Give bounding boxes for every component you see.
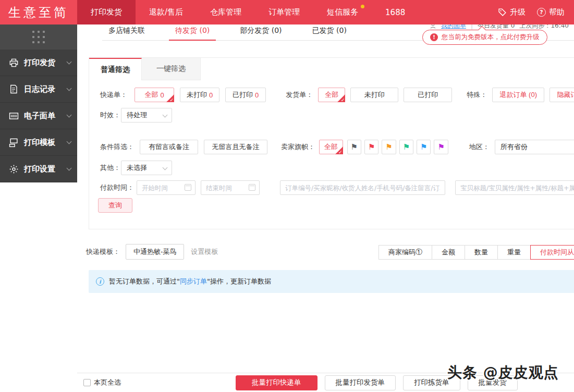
print-picking-list-button[interactable]: 打印拣货单 <box>403 375 460 390</box>
timeliness-label: 时效： <box>100 111 121 120</box>
express-printed-text: 已打印 <box>233 90 253 100</box>
flag-gray-button[interactable]: ⚑ <box>347 140 361 154</box>
sidebar-shop-selector[interactable] <box>0 24 77 50</box>
notice-text-after: "操作，更新订单数据 <box>207 277 271 285</box>
express-all-button[interactable]: 全部0 <box>135 88 174 102</box>
end-date-field[interactable] <box>201 180 260 195</box>
paytime-sort-button[interactable]: 付款时间从近到远 <box>530 245 574 260</box>
set-template-link[interactable]: 设置模板 <box>191 247 218 256</box>
new-badge-dot <box>361 5 364 8</box>
flags-all-button[interactable]: 全部 <box>319 140 343 154</box>
upgrade-label: 升级 <box>510 7 526 17</box>
upgrade-button[interactable]: 升级 <box>498 7 526 17</box>
nav-refund[interactable]: 退款/售后 <box>136 0 197 24</box>
tab-partial-ship[interactable]: 部分发货 (0) <box>234 23 288 40</box>
region-value: 所有省份 <box>500 142 528 152</box>
order-search-input[interactable] <box>280 180 445 195</box>
tab-quick-filter[interactable]: 一键筛选 <box>142 58 201 80</box>
select-all-checkbox[interactable] <box>83 379 91 386</box>
sidebar-item-label: 电子面单 <box>24 111 55 121</box>
gear-icon <box>8 164 19 174</box>
tab-shipped[interactable]: 已发货 (0) <box>306 23 353 40</box>
nav-1688[interactable]: 1688 <box>372 0 419 24</box>
tab-normal-filter[interactable]: 普通筛选 <box>89 58 142 80</box>
template-select-button[interactable]: 中通热敏-菜鸟 <box>126 244 184 260</box>
sidebar-item-e-waybill[interactable]: 电子面单 <box>0 103 77 129</box>
grid-dots-icon <box>32 31 45 43</box>
help-label: 帮助 <box>549 7 565 17</box>
log-document-icon <box>8 84 19 94</box>
batch-ship-button[interactable]: 批量发货 <box>468 375 518 390</box>
item-search-input[interactable] <box>455 180 574 195</box>
flag-green-button[interactable]: ⚑ <box>399 140 413 154</box>
barcode-icon <box>8 111 19 121</box>
chevron-down-icon <box>67 59 72 64</box>
quantity-sort-button[interactable]: 数量 <box>465 245 498 260</box>
flag-red-button[interactable]: ⚑ <box>364 140 378 154</box>
nav-print-ship[interactable]: 打印发货 <box>77 0 136 24</box>
top-nav: 打印发货 退款/售后 仓库管理 订单管理 短信服务 1688 <box>77 0 419 24</box>
amount-sort-button[interactable]: 金额 <box>432 245 465 260</box>
notice-text-before: 暂无订单数据，可通过" <box>109 277 180 285</box>
express-unprinted-button[interactable]: 未打印0 <box>180 88 219 102</box>
merchant-code-sort-button[interactable]: 商家编码① <box>378 245 432 260</box>
special-label: 特殊： <box>467 90 487 100</box>
chevron-down-icon <box>67 165 72 170</box>
filter-tabs: 普通筛选 一键筛选 <box>89 58 574 80</box>
printer-icon <box>8 57 19 68</box>
other-label: 其他： <box>100 163 121 173</box>
batch-print-express-button[interactable]: 批量打印快递单 <box>236 375 317 390</box>
express-unprinted-text: 未打印 <box>187 90 207 100</box>
refund-orders-button[interactable]: 退款订单 (0) <box>492 88 544 102</box>
start-date-field[interactable] <box>137 180 196 195</box>
sidebar-item-print-template[interactable]: 打印模板 <box>0 129 77 156</box>
nav-sms[interactable]: 短信服务 <box>313 0 372 24</box>
nav-orders[interactable]: 订单管理 <box>255 0 313 24</box>
sidebar-item-label: 打印模板 <box>24 138 55 148</box>
filter-panel: 普通筛选 一键筛选 快递单： 全部0 未打印0 已打印0 发货单： 全部 未打印… <box>89 57 574 229</box>
app-logo: 生意至简 <box>0 0 77 24</box>
tab-multi-shop[interactable]: 多店铺关联 <box>102 23 151 40</box>
condition-label: 条件筛选： <box>100 142 140 152</box>
sidebar-item-label: 日志记录 <box>24 84 55 94</box>
sidebar-item-print-ship[interactable]: 打印发货 <box>0 50 77 76</box>
timeliness-value: 待处理 <box>127 111 147 120</box>
question-icon: ? <box>537 8 546 17</box>
sync-orders-link[interactable]: 同步订单 <box>180 277 207 285</box>
flag-orange-button[interactable]: ⚑ <box>382 140 396 154</box>
nav-sms-label: 短信服务 <box>327 7 358 17</box>
nav-warehouse[interactable]: 仓库管理 <box>197 0 255 24</box>
ship-unprinted-button[interactable]: 未打印 <box>350 88 398 102</box>
chevron-down-icon <box>67 85 72 91</box>
app-window: 我的面单 | 今日发货量 0 上次同步：16:40 多店铺关联 待发货 (0) … <box>0 0 574 392</box>
flag-purple-button[interactable]: ⚑ <box>434 140 448 154</box>
hidden-orders-button[interactable]: 隐藏订单 (0) <box>549 88 574 102</box>
sort-button-group: 商家编码① 金额 数量 重量 付款时间从近到远 <box>379 245 574 260</box>
sidebar-item-print-settings[interactable]: 打印设置 <box>0 156 77 182</box>
tab-pending-ship[interactable]: 待发货 (0) <box>169 23 216 41</box>
flag-gray-icon: ⚑ <box>351 142 358 152</box>
other-select[interactable]: 未选择 <box>121 161 172 175</box>
flag-blue-button[interactable]: ⚑ <box>417 140 431 154</box>
sidebar-item-label: 打印设置 <box>24 164 55 174</box>
express-printed-button[interactable]: 已打印0 <box>225 88 266 102</box>
bottom-action-bar: 本页全选 批量打印快递单 批量打印发货单 打印拣货单 批量发货 <box>77 373 574 392</box>
template-icon <box>8 137 19 148</box>
empty-orders-notice: i 暂无订单数据，可通过"同步订单"操作，更新订单数据 <box>89 270 574 293</box>
without-note-button[interactable]: 无留言且无备注 <box>204 140 267 154</box>
region-select[interactable]: 所有省份 <box>495 140 574 154</box>
select-all-control: 本页全选 <box>83 378 121 387</box>
timeliness-select[interactable]: 待处理 <box>121 108 172 123</box>
ship-all-button[interactable]: 全部 <box>318 88 345 102</box>
weight-sort-button[interactable]: 重量 <box>497 245 531 260</box>
batch-print-ship-button[interactable]: 批量打印发货单 <box>325 375 396 390</box>
template-label: 快递模板： <box>86 247 120 256</box>
sidebar-item-label: 打印发货 <box>24 58 55 68</box>
ship-printed-button[interactable]: 已打印 <box>404 88 452 102</box>
query-button[interactable]: 查询 <box>98 198 132 213</box>
sidebar-item-logs[interactable]: 日志记录 <box>0 76 77 103</box>
help-button[interactable]: ? 帮助 <box>537 7 565 17</box>
with-note-button[interactable]: 有留言或备注 <box>140 140 198 154</box>
upgrade-tooltip[interactable]: ! 您当前为免费版本，点此付费升级 <box>422 30 547 45</box>
tooltip-text: 您当前为免费版本，点此付费升级 <box>442 33 540 42</box>
